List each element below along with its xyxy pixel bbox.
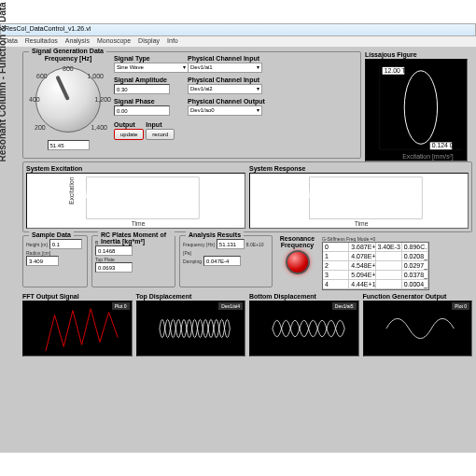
top-plate-input[interactable]	[95, 262, 133, 273]
menu-info[interactable]: Info	[167, 37, 178, 46]
svg-point-2	[404, 71, 437, 145]
excite-chart: Time Excitation	[26, 173, 245, 229]
height-input[interactable]	[49, 239, 82, 249]
response-title: System Response	[249, 165, 469, 172]
svg-text:Time: Time	[132, 220, 146, 227]
app-title: Resonant Column - Function & Data Contro…	[0, 0, 7, 162]
lissajous-title: Lissajous Figure	[365, 51, 472, 58]
sample-title: Sample Data	[29, 231, 74, 238]
topdisp-chart: Dev1/ai4	[136, 301, 246, 357]
chout-dropdown[interactable]: Dev1/ao0	[188, 105, 262, 116]
output-label: Output	[114, 121, 144, 128]
funcgen-chart: Plot 0	[363, 301, 473, 357]
stiffness-title: G-Stiffness Freq Mode =0	[322, 236, 375, 242]
amp-input[interactable]	[114, 84, 170, 94]
menu-display[interactable]: Display	[138, 37, 160, 46]
svg-text:Time: Time	[355, 220, 369, 227]
output-button[interactable]: update	[114, 129, 144, 140]
menu-resultados[interactable]: Resultados	[25, 37, 58, 46]
bottom-plate-input[interactable]	[95, 245, 133, 256]
fft-title: FFT Output Signal	[22, 293, 133, 300]
damp-label: Damping	[183, 259, 202, 264]
svg-text:0.124 07: 0.124 07	[432, 142, 457, 148]
lissajous-chart: 12.00 TT 0.124 07 Excitation [mm/s²]	[365, 59, 468, 161]
menu-analysis[interactable]: Analysis	[65, 37, 90, 46]
chout-label: Physical Channel Output	[188, 98, 276, 105]
botdisp-chart: Dev1/ai5	[249, 301, 359, 357]
fft-chart: Plot 0	[22, 301, 133, 357]
svg-text:12.00 TT: 12.00 TT	[385, 67, 411, 74]
amp-label: Signal Amplitude	[114, 77, 184, 83]
freq-label: Frequency [Hz]	[26, 55, 110, 62]
menu-bar: Data Resultados Analysis Monoscope Displ…	[0, 36, 476, 48]
phase-input[interactable]	[114, 105, 170, 116]
frequency-dial[interactable]: 200 400 600 800 1,000 1,200 1,400	[35, 67, 101, 133]
damp-input	[203, 256, 241, 266]
radius-input[interactable]	[26, 256, 59, 266]
plates-title: RC Plates Moment of Inertia [kg*m²]	[98, 231, 175, 245]
excite-title: System Excitation	[26, 165, 245, 172]
analysis-title: Analysis Results	[186, 231, 244, 238]
response-chart: Time	[249, 173, 469, 229]
phase-label: Signal Phase	[114, 98, 184, 105]
menu-monoscope[interactable]: Monoscope	[97, 37, 131, 46]
afreq-label: Frequency [Hz]	[183, 242, 215, 247]
funcgen-title: Function Generator Output	[363, 293, 473, 300]
chin2-dropdown[interactable]: Dev1/ai2	[188, 84, 262, 94]
svg-text:Excitation [mm/s²]: Excitation [mm/s²]	[402, 153, 454, 161]
topdisp-title: Top Displacement	[136, 293, 246, 300]
afreq-input	[217, 239, 245, 249]
chin-dropdown[interactable]: Dev1/ai1	[188, 63, 262, 73]
input-button[interactable]: record	[146, 129, 175, 140]
stiffness-table: 03.687E+03.40E-30.896C... 14.078E+00.020…	[322, 242, 429, 290]
chin-label: Physical Channel Input	[188, 55, 276, 62]
resonance-label: Resonance Frequency	[276, 235, 318, 248]
freq-input[interactable]	[48, 140, 90, 150]
botdisp-title: Bottom Displacement	[249, 293, 359, 300]
type-dropdown[interactable]: Sine Wave	[114, 63, 189, 73]
height-label: Height [m]	[26, 242, 48, 247]
chin2-label: Physical Channel Input	[188, 77, 276, 83]
svg-text:Excitation: Excitation	[68, 176, 75, 204]
type-label: Signal Type	[114, 55, 184, 62]
window-titlebar: ResCol_DataControl_v1.26.vi	[0, 23, 476, 36]
input-label: Input	[146, 121, 175, 128]
resonance-led	[286, 250, 310, 274]
panel-siggen-title: Signal Generation Data	[29, 48, 106, 54]
